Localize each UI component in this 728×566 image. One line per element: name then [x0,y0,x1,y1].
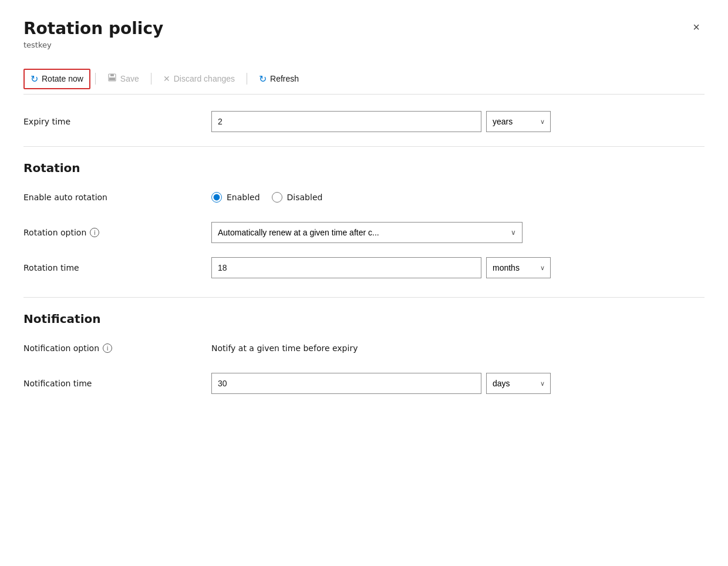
rotate-now-label: Rotate now [42,74,83,83]
rotate-now-button[interactable]: ↻ Rotate now [23,69,90,89]
toolbar: ↻ Rotate now Save ✕ Discard changes ↻ Re… [23,63,705,95]
notification-option-label: Notification option i [23,343,211,353]
rotation-option-value: Automatically renew at a given time afte… [218,228,379,237]
toolbar-separator-1 [95,73,96,85]
svg-rect-2 [109,78,115,80]
enabled-label: Enabled [227,193,260,202]
notification-option-row: Notification option i Notify at a given … [23,338,705,359]
toolbar-separator-3 [247,73,247,85]
notification-time-unit-wrapper: days months years [486,373,551,394]
rotation-section: Rotation Enable auto rotation Enabled Di… [23,161,705,278]
rotation-time-input[interactable] [211,257,481,278]
radio-group: Enabled Disabled [211,192,322,203]
notification-time-unit-select[interactable]: days months years [486,373,551,394]
rotation-option-label: Rotation option i [23,228,211,237]
disabled-radio-label[interactable]: Disabled [272,192,323,203]
disabled-label: Disabled [287,193,323,202]
notification-section: Notification Notification option i Notif… [23,312,705,394]
panel-subtitle: testkey [23,41,163,49]
expiry-time-controls: days months years [211,111,705,132]
rotation-time-unit-wrapper: days months years [486,257,551,278]
rotation-option-info-icon: i [90,228,99,237]
panel-title: Rotation policy [23,19,163,38]
discard-icon: ✕ [163,74,170,83]
rotation-time-row: Rotation time days months years [23,257,705,278]
enabled-radio[interactable] [211,192,222,203]
section-divider-1 [23,146,705,147]
expiry-time-input[interactable] [211,111,481,132]
close-button[interactable]: × [688,19,705,35]
notification-section-title: Notification [23,312,705,326]
refresh-label: Refresh [270,74,299,83]
auto-rotation-radio-group: Enabled Disabled [211,192,705,203]
expiry-time-label: Expiry time [23,117,211,126]
refresh-icon: ↻ [259,73,267,85]
notification-time-controls: days months years [211,373,705,394]
expiry-time-row: Expiry time days months years [23,111,705,132]
save-icon [107,73,117,85]
notification-time-input[interactable] [211,373,481,394]
title-area: Rotation policy testkey [23,19,163,61]
svg-rect-1 [110,74,114,76]
notification-option-controls: Notify at a given time before expiry [211,343,705,353]
toolbar-separator-2 [151,73,151,85]
rotation-option-dropdown[interactable]: Automatically renew at a given time afte… [211,222,523,243]
rotation-option-chevron-icon: ∨ [511,228,516,237]
rotation-option-row: Rotation option i Automatically renew at… [23,222,705,243]
disabled-radio[interactable] [272,192,282,203]
enable-auto-rotation-row: Enable auto rotation Enabled Disabled [23,187,705,208]
expiry-time-unit-select[interactable]: days months years [486,111,551,132]
rotation-time-controls: days months years [211,257,705,278]
rotation-time-unit-select[interactable]: days months years [486,257,551,278]
rotation-section-title: Rotation [23,161,705,175]
notification-time-row: Notification time days months years [23,373,705,394]
discard-button[interactable]: ✕ Discard changes [156,69,242,88]
rotation-time-label: Rotation time [23,263,211,272]
notification-option-info-icon: i [103,343,112,353]
rotation-option-controls: Automatically renew at a given time afte… [211,222,705,243]
section-divider-2 [23,297,705,298]
expiry-time-unit-wrapper: days months years [486,111,551,132]
save-button[interactable]: Save [100,68,146,89]
refresh-button[interactable]: ↻ Refresh [252,69,306,89]
rotate-now-icon: ↻ [31,73,38,85]
rotation-policy-panel: Rotation policy testkey × ↻ Rotate now S… [0,0,728,566]
notification-option-value: Notify at a given time before expiry [211,343,358,353]
notification-time-label: Notification time [23,379,211,388]
panel-header: Rotation policy testkey × [23,19,705,61]
discard-label: Discard changes [174,74,235,83]
save-label: Save [120,74,139,83]
enable-auto-rotation-label: Enable auto rotation [23,193,211,202]
enabled-radio-label[interactable]: Enabled [211,192,260,203]
